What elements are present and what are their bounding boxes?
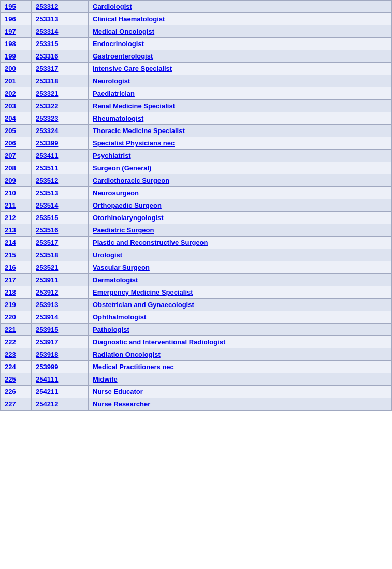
occupation-title-link[interactable]: Neurosurgeon [93,189,139,197]
row-number-link[interactable]: 225 [5,375,16,383]
occupation-title-link[interactable]: Diagnostic and Interventional Radiologis… [93,338,225,346]
occupation-code-link[interactable]: 253515 [36,214,58,222]
occupation-title-link[interactable]: Urologist [93,251,122,259]
row-number-link[interactable]: 203 [5,102,16,110]
occupation-code-link[interactable]: 253521 [36,264,58,271]
row-number-link[interactable]: 212 [5,214,16,222]
occupation-code-link[interactable]: 253513 [36,189,58,197]
row-number-link[interactable]: 221 [5,326,16,333]
row-number-link[interactable]: 210 [5,189,16,197]
occupation-code-link[interactable]: 253999 [36,363,58,371]
occupation-title-link[interactable]: Paediatrician [93,90,135,97]
occupation-title-link[interactable]: Ophthalmologist [93,313,146,321]
occupation-code-link[interactable]: 253518 [36,251,58,259]
occupation-code-link[interactable]: 253915 [36,326,58,333]
occupation-code-link[interactable]: 253323 [36,114,58,122]
occupation-title-link[interactable]: Psychiatrist [93,152,131,159]
occupation-title-link[interactable]: Obstetrician and Gynaecologist [93,301,194,309]
occupation-code-link[interactable]: 253312 [36,3,58,10]
occupation-title-link[interactable]: Intensive Care Specialist [93,65,172,72]
row-number-link[interactable]: 226 [5,388,16,396]
occupation-code-link[interactable]: 253914 [36,313,58,321]
occupation-code-link[interactable]: 253516 [36,226,58,234]
row-number-link[interactable]: 227 [5,400,16,408]
row-number-link[interactable]: 215 [5,251,16,259]
occupation-title-link[interactable]: Orthopaedic Surgeon [93,201,162,209]
occupation-code-link[interactable]: 253911 [36,276,58,284]
occupation-code-link[interactable]: 254212 [36,400,58,408]
row-number-link[interactable]: 205 [5,127,16,135]
occupation-code-link[interactable]: 253316 [36,52,58,60]
occupation-title-link[interactable]: Radiation Oncologist [93,351,161,358]
occupation-title-link[interactable]: Dermatologist [93,276,138,284]
occupation-code-link[interactable]: 253913 [36,301,58,309]
occupation-title-link[interactable]: Nurse Educator [93,388,143,396]
occupation-code-link[interactable]: 253318 [36,77,58,85]
row-number-link[interactable]: 223 [5,351,16,358]
row-number-link[interactable]: 211 [5,201,16,209]
occupation-code-link[interactable]: 253918 [36,351,58,358]
row-number-link[interactable]: 216 [5,264,16,271]
occupation-title-link[interactable]: Renal Medicine Specialist [93,102,175,110]
row-number-link[interactable]: 199 [5,52,16,60]
occupation-title-link[interactable]: Surgeon (General) [93,164,151,172]
occupation-title-link[interactable]: Clinical Haematologist [93,15,165,23]
occupation-code-link[interactable]: 253313 [36,15,58,23]
row-number-link[interactable]: 206 [5,139,16,147]
occupation-title-link[interactable]: Thoracic Medicine Specialist [93,127,185,135]
row-number-link[interactable]: 222 [5,338,16,346]
row-number-link[interactable]: 208 [5,164,16,172]
occupation-title-link[interactable]: Cardiologist [93,3,132,10]
occupation-code-link[interactable]: 253912 [36,288,58,296]
row-number-link[interactable]: 217 [5,276,16,284]
occupation-code-link[interactable]: 254111 [36,375,58,383]
occupation-title-link[interactable]: Otorhinolaryngologist [93,214,164,222]
occupation-code-link[interactable]: 253321 [36,90,58,97]
occupation-title-link[interactable]: Cardiothoracic Surgeon [93,177,169,184]
occupation-code-link[interactable]: 253317 [36,65,58,72]
table-row: 226254211Nurse Educator [1,386,392,398]
row-number-link[interactable]: 213 [5,226,16,234]
occupation-title-link[interactable]: Vascular Surgeon [93,264,150,271]
occupation-code-link[interactable]: 253517 [36,239,58,246]
row-number-link[interactable]: 214 [5,239,16,246]
row-number-link[interactable]: 218 [5,288,16,296]
row-number-link[interactable]: 224 [5,363,16,371]
occupation-title-link[interactable]: Specialist Physicians nec [93,139,175,147]
row-number-link[interactable]: 195 [5,3,16,10]
occupation-title-link[interactable]: Paediatric Surgeon [93,226,154,234]
occupation-code-link[interactable]: 253917 [36,338,58,346]
row-number-link[interactable]: 198 [5,40,16,48]
occupation-title-link[interactable]: Midwife [93,375,118,383]
row-number-link[interactable]: 201 [5,77,16,85]
occupation-code-link[interactable]: 253314 [36,27,58,35]
occupation-code-link[interactable]: 253511 [36,164,58,172]
row-number-link[interactable]: 200 [5,65,16,72]
occupation-title-link[interactable]: Pathologist [93,326,129,333]
occupation-code-link[interactable]: 253324 [36,127,58,135]
occupation-title-link[interactable]: Plastic and Reconstructive Surgeon [93,239,208,246]
occupation-title-link[interactable]: Rheumatologist [93,114,143,122]
occupation-code-link[interactable]: 253514 [36,201,58,209]
row-number-link[interactable]: 196 [5,15,16,23]
row-number-link[interactable]: 207 [5,152,16,159]
occupation-code-link[interactable]: 253315 [36,40,58,48]
occupation-code-link[interactable]: 253411 [36,152,58,159]
occupation-code-link[interactable]: 253512 [36,177,58,184]
row-number-link[interactable]: 209 [5,177,16,184]
occupation-title-link[interactable]: Neurologist [93,77,130,85]
occupation-code-link[interactable]: 253399 [36,139,58,147]
row-number-link[interactable]: 202 [5,90,16,97]
occupation-title-link[interactable]: Medical Practitioners nec [93,363,174,371]
row-number-link[interactable]: 220 [5,313,16,321]
row-number-link[interactable]: 219 [5,301,16,309]
occupation-title-link[interactable]: Emergency Medicine Specialist [93,288,193,296]
row-number-link[interactable]: 204 [5,114,16,122]
row-number-link[interactable]: 197 [5,27,16,35]
occupation-code-link[interactable]: 254211 [36,388,58,396]
occupation-title-link[interactable]: Medical Oncologist [93,27,154,35]
occupation-code-link[interactable]: 253322 [36,102,58,110]
occupation-title-link[interactable]: Gastroenterologist [93,52,153,60]
occupation-title-link[interactable]: Endocrinologist [93,40,144,48]
occupation-title-link[interactable]: Nurse Researcher [93,400,150,408]
